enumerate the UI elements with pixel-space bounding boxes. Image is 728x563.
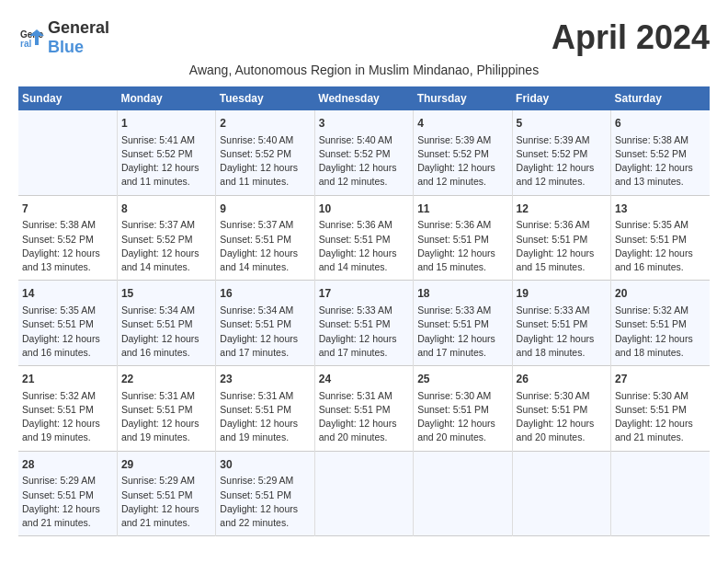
weekday-header-tuesday: Tuesday — [216, 86, 314, 110]
calendar-cell: 1Sunrise: 5:41 AM Sunset: 5:52 PM Daylig… — [117, 110, 215, 195]
day-number: 6 — [615, 116, 706, 132]
week-row-1: 1Sunrise: 5:41 AM Sunset: 5:52 PM Daylig… — [18, 110, 710, 195]
week-row-5: 28Sunrise: 5:29 AM Sunset: 5:51 PM Dayli… — [18, 451, 710, 536]
day-number: 29 — [121, 457, 211, 473]
cell-content: Sunrise: 5:34 AM Sunset: 5:51 PM Dayligh… — [121, 304, 211, 360]
calendar-cell: 28Sunrise: 5:29 AM Sunset: 5:51 PM Dayli… — [18, 451, 117, 536]
logo-wordmark: General Blue — [48, 18, 109, 57]
weekday-header-monday: Monday — [117, 86, 215, 110]
day-number: 19 — [517, 286, 607, 302]
calendar-cell: 18Sunrise: 5:33 AM Sunset: 5:51 PM Dayli… — [414, 281, 512, 366]
calendar-cell — [314, 451, 413, 536]
page-header: Gene ral General Blue April 2024 — [18, 18, 710, 57]
day-number: 9 — [220, 201, 310, 217]
weekday-header-row: SundayMondayTuesdayWednesdayThursdayFrid… — [18, 86, 710, 110]
cell-content: Sunrise: 5:38 AM Sunset: 5:52 PM Dayligh… — [615, 133, 706, 190]
calendar-body: 1Sunrise: 5:41 AM Sunset: 5:52 PM Daylig… — [18, 110, 710, 536]
day-number: 21 — [22, 372, 113, 387]
cell-content: Sunrise: 5:36 AM Sunset: 5:51 PM Dayligh… — [319, 218, 409, 274]
day-number: 7 — [22, 201, 113, 217]
calendar-cell: 29Sunrise: 5:29 AM Sunset: 5:51 PM Dayli… — [117, 451, 215, 536]
calendar-cell: 23Sunrise: 5:31 AM Sunset: 5:51 PM Dayli… — [216, 366, 314, 452]
cell-content: Sunrise: 5:35 AM Sunset: 5:51 PM Dayligh… — [22, 304, 113, 360]
calendar-cell — [414, 451, 512, 536]
cell-content: Sunrise: 5:31 AM Sunset: 5:51 PM Dayligh… — [121, 389, 211, 445]
weekday-header-wednesday: Wednesday — [314, 86, 413, 110]
calendar-subtitle: Awang, Autonomous Region in Muslim Minda… — [18, 63, 710, 77]
week-row-2: 7Sunrise: 5:38 AM Sunset: 5:52 PM Daylig… — [18, 195, 710, 281]
calendar-cell: 16Sunrise: 5:34 AM Sunset: 5:51 PM Dayli… — [216, 281, 314, 366]
day-number: 11 — [417, 201, 507, 217]
calendar-cell: 20Sunrise: 5:32 AM Sunset: 5:51 PM Dayli… — [611, 281, 710, 366]
calendar-cell: 30Sunrise: 5:29 AM Sunset: 5:51 PM Dayli… — [216, 451, 314, 536]
cell-content: Sunrise: 5:33 AM Sunset: 5:51 PM Dayligh… — [517, 304, 607, 360]
day-number: 3 — [319, 116, 409, 132]
day-number: 4 — [417, 116, 507, 132]
cell-content: Sunrise: 5:29 AM Sunset: 5:51 PM Dayligh… — [22, 474, 113, 530]
cell-content: Sunrise: 5:41 AM Sunset: 5:52 PM Dayligh… — [121, 133, 211, 190]
calendar-cell: 4Sunrise: 5:39 AM Sunset: 5:52 PM Daylig… — [414, 110, 512, 195]
cell-content: Sunrise: 5:31 AM Sunset: 5:51 PM Dayligh… — [319, 389, 409, 445]
day-number: 18 — [417, 286, 507, 302]
logo: Gene ral General Blue — [18, 18, 109, 57]
day-number: 16 — [220, 286, 310, 302]
calendar-cell: 17Sunrise: 5:33 AM Sunset: 5:51 PM Dayli… — [314, 281, 413, 366]
cell-content: Sunrise: 5:30 AM Sunset: 5:51 PM Dayligh… — [517, 389, 607, 445]
calendar-cell: 19Sunrise: 5:33 AM Sunset: 5:51 PM Dayli… — [512, 281, 610, 366]
calendar-cell: 7Sunrise: 5:38 AM Sunset: 5:52 PM Daylig… — [18, 195, 117, 281]
weekday-header-saturday: Saturday — [611, 86, 710, 110]
calendar-cell: 5Sunrise: 5:39 AM Sunset: 5:52 PM Daylig… — [512, 110, 610, 195]
cell-content: Sunrise: 5:31 AM Sunset: 5:51 PM Dayligh… — [220, 389, 310, 445]
calendar-cell: 6Sunrise: 5:38 AM Sunset: 5:52 PM Daylig… — [611, 110, 710, 195]
calendar-cell: 24Sunrise: 5:31 AM Sunset: 5:51 PM Dayli… — [314, 366, 413, 452]
day-number: 13 — [615, 201, 706, 217]
cell-content: Sunrise: 5:37 AM Sunset: 5:52 PM Dayligh… — [121, 218, 211, 274]
day-number: 8 — [121, 201, 211, 217]
logo-general-text: General — [48, 18, 109, 37]
calendar-cell — [18, 110, 117, 195]
cell-content: Sunrise: 5:40 AM Sunset: 5:52 PM Dayligh… — [220, 133, 310, 190]
cell-content: Sunrise: 5:35 AM Sunset: 5:51 PM Dayligh… — [615, 218, 706, 274]
calendar-cell: 22Sunrise: 5:31 AM Sunset: 5:51 PM Dayli… — [117, 366, 215, 452]
day-number: 26 — [517, 372, 607, 387]
cell-content: Sunrise: 5:36 AM Sunset: 5:51 PM Dayligh… — [517, 218, 607, 274]
calendar-cell: 12Sunrise: 5:36 AM Sunset: 5:51 PM Dayli… — [512, 195, 610, 281]
calendar-cell: 15Sunrise: 5:34 AM Sunset: 5:51 PM Dayli… — [117, 281, 215, 366]
weekday-header-thursday: Thursday — [414, 86, 512, 110]
day-number: 12 — [517, 201, 607, 217]
weekday-header-sunday: Sunday — [18, 86, 117, 110]
day-number: 15 — [121, 286, 211, 302]
calendar-cell: 8Sunrise: 5:37 AM Sunset: 5:52 PM Daylig… — [117, 195, 215, 281]
day-number: 24 — [319, 372, 409, 387]
day-number: 14 — [22, 286, 113, 302]
day-number: 1 — [121, 116, 211, 132]
cell-content: Sunrise: 5:30 AM Sunset: 5:51 PM Dayligh… — [615, 389, 706, 445]
day-number: 22 — [121, 372, 211, 387]
calendar-table: SundayMondayTuesdayWednesdayThursdayFrid… — [18, 86, 710, 536]
cell-content: Sunrise: 5:30 AM Sunset: 5:51 PM Dayligh… — [417, 389, 507, 445]
cell-content: Sunrise: 5:36 AM Sunset: 5:51 PM Dayligh… — [417, 218, 507, 274]
day-number: 27 — [615, 372, 706, 387]
cell-content: Sunrise: 5:32 AM Sunset: 5:51 PM Dayligh… — [615, 304, 706, 360]
cell-content: Sunrise: 5:29 AM Sunset: 5:51 PM Dayligh… — [121, 474, 211, 530]
cell-content: Sunrise: 5:34 AM Sunset: 5:51 PM Dayligh… — [220, 304, 310, 360]
day-number: 10 — [319, 201, 409, 217]
calendar-cell: 13Sunrise: 5:35 AM Sunset: 5:51 PM Dayli… — [611, 195, 710, 281]
cell-content: Sunrise: 5:33 AM Sunset: 5:51 PM Dayligh… — [417, 304, 507, 360]
week-row-3: 14Sunrise: 5:35 AM Sunset: 5:51 PM Dayli… — [18, 281, 710, 366]
calendar-cell — [512, 451, 610, 536]
day-number: 17 — [319, 286, 409, 302]
calendar-cell: 10Sunrise: 5:36 AM Sunset: 5:51 PM Dayli… — [314, 195, 413, 281]
calendar-cell — [611, 451, 710, 536]
cell-content: Sunrise: 5:32 AM Sunset: 5:51 PM Dayligh… — [22, 389, 113, 445]
calendar-header: SundayMondayTuesdayWednesdayThursdayFrid… — [18, 86, 710, 110]
day-number: 2 — [220, 116, 310, 132]
logo-icon: Gene ral — [18, 25, 44, 51]
cell-content: Sunrise: 5:39 AM Sunset: 5:52 PM Dayligh… — [417, 133, 507, 190]
cell-content: Sunrise: 5:38 AM Sunset: 5:52 PM Dayligh… — [22, 218, 113, 274]
week-row-4: 21Sunrise: 5:32 AM Sunset: 5:51 PM Dayli… — [18, 366, 710, 452]
day-number: 30 — [220, 457, 310, 473]
cell-content: Sunrise: 5:37 AM Sunset: 5:51 PM Dayligh… — [220, 218, 310, 274]
day-number: 25 — [417, 372, 507, 387]
svg-text:ral: ral — [20, 39, 31, 49]
